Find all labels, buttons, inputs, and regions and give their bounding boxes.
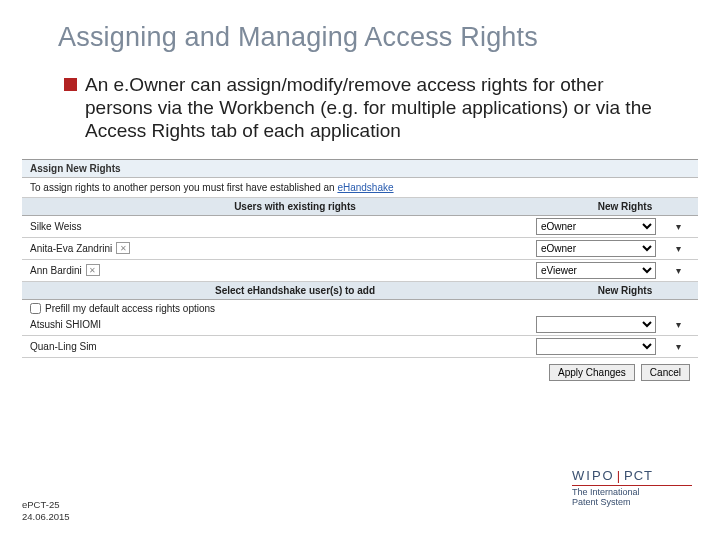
role-select[interactable]: eOwner [536, 218, 656, 235]
role-select[interactable] [536, 338, 656, 355]
instruction-line: To assign rights to another person you m… [22, 178, 698, 198]
placeholder-icon: ✕ [86, 264, 100, 276]
dropdown-icon[interactable]: ▾ [666, 319, 690, 330]
separator-icon: | [615, 468, 624, 483]
user-name: Anita-Eva Zandrini [30, 243, 112, 254]
role-select[interactable]: eOwner [536, 240, 656, 257]
role-select[interactable] [536, 316, 656, 333]
add-user-row: Quan-Ling Sim ▾ [22, 336, 698, 358]
apply-changes-button[interactable]: Apply Changes [549, 364, 635, 381]
pct-text: PCT [624, 468, 653, 483]
dropdown-icon[interactable]: ▾ [666, 221, 690, 232]
footer-meta: ePCT-25 24.06.2015 [22, 499, 70, 522]
add-user-row: Atsushi SHIOMI ▾ [22, 314, 698, 336]
new-rights-header: New Rights [560, 201, 690, 212]
prefill-option: Prefill my default access rights options [22, 300, 698, 314]
user-row: Silke Weiss eOwner ▾ [22, 216, 698, 238]
button-row: Apply Changes Cancel [22, 358, 698, 383]
ehandshake-link[interactable]: eHandshake [337, 182, 393, 193]
users-existing-header-row: Users with existing rights New Rights [22, 198, 698, 216]
slide-title: Assigning and Managing Access Rights [0, 0, 720, 53]
add-user-name: Atsushi SHIOMI [30, 319, 101, 330]
tagline-2: Patent System [572, 498, 692, 508]
wipo-text: WIPO [572, 468, 615, 483]
placeholder-icon: ✕ [116, 242, 130, 254]
dropdown-icon[interactable]: ▾ [666, 243, 690, 254]
select-users-header: Select eHandshake user(s) to add [30, 285, 560, 296]
bullet-icon [64, 78, 77, 91]
cancel-button[interactable]: Cancel [641, 364, 690, 381]
bullet-item: An e.Owner can assign/modify/remove acce… [0, 53, 720, 143]
user-row: Anita-Eva Zandrini ✕ eOwner ▾ [22, 238, 698, 260]
bullet-text: An e.Owner can assign/modify/remove acce… [85, 73, 670, 143]
instruction-text: To assign rights to another person you m… [30, 182, 337, 193]
footer-branding: WIPO|PCT The International Patent System [572, 468, 692, 508]
prefill-label: Prefill my default access rights options [45, 303, 215, 314]
divider [572, 485, 692, 486]
assign-new-rights-header: Assign New Rights [22, 160, 698, 178]
new-rights-header: New Rights [560, 285, 690, 296]
users-existing-header: Users with existing rights [30, 201, 560, 212]
embedded-screenshot: Assign New Rights To assign rights to an… [22, 159, 698, 383]
user-name: Ann Bardini [30, 265, 82, 276]
slide-date: 24.06.2015 [22, 511, 70, 522]
dropdown-icon[interactable]: ▾ [666, 265, 690, 276]
slide-id: ePCT-25 [22, 499, 70, 510]
add-user-name: Quan-Ling Sim [30, 341, 97, 352]
user-name: Silke Weiss [30, 221, 82, 232]
role-select[interactable]: eViewer [536, 262, 656, 279]
select-users-header-row: Select eHandshake user(s) to add New Rig… [22, 282, 698, 300]
user-row: Ann Bardini ✕ eViewer ▾ [22, 260, 698, 282]
dropdown-icon[interactable]: ▾ [666, 341, 690, 352]
prefill-checkbox[interactable] [30, 303, 41, 314]
